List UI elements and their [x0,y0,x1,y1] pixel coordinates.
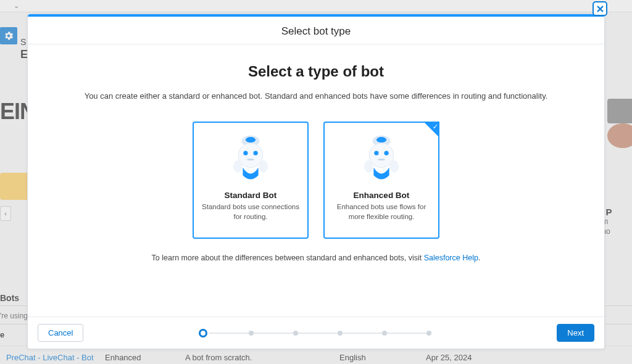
step-dot-5 [382,331,387,336]
modal-subtitle: You can create either a standard or enha… [65,91,567,101]
learn-more-text: To learn more about the differences betw… [65,254,567,262]
selected-corner: ✓ [423,122,439,138]
card-description: Enhanced bots use flows for more flexibl… [331,202,432,221]
card-standard-bot[interactable]: Standard Bot Standard bots use connectio… [193,122,309,239]
svg-point-9 [259,160,268,173]
step-dot-2 [249,331,254,336]
step-dot-6 [426,331,431,336]
modal-title: Select a type of bot [65,63,567,80]
svg-point-6 [254,151,258,155]
svg-point-13 [374,151,378,155]
check-icon: ✓ [433,123,438,131]
step-dot-1 [199,329,207,337]
modal-header: Select bot type [28,17,604,44]
bot-icon [223,131,278,188]
step-dot-4 [338,331,343,336]
cancel-button[interactable]: Cancel [38,324,83,342]
modal-dialog: Select bot type Select a type of bot You… [27,14,605,349]
svg-point-17 [390,160,399,173]
card-title: Standard Bot [200,191,301,200]
svg-point-5 [243,151,247,155]
bot-illustration [200,131,301,189]
svg-point-4 [238,143,263,168]
modal-footer: Cancel Next [28,316,604,349]
close-button[interactable] [592,1,607,16]
bot-icon [354,131,409,188]
card-enhanced-bot[interactable]: ✓ Enhanced Bot Enhanced bot [323,122,439,239]
wizard-stepper [28,329,604,337]
svg-point-3 [246,137,256,143]
bot-illustration [331,131,432,189]
card-title: Enhanced Bot [331,191,432,200]
svg-point-16 [364,160,373,173]
card-description: Standard bots use connections for routin… [200,202,301,221]
next-button[interactable]: Next [557,324,594,342]
modal-body: Select a type of bot You can create eith… [28,44,604,316]
svg-rect-15 [378,159,385,160]
svg-point-14 [385,151,389,155]
close-icon [596,4,605,14]
svg-rect-7 [247,159,254,160]
bot-type-cards: Standard Bot Standard bots use connectio… [65,122,567,239]
svg-point-12 [369,143,394,168]
svg-point-8 [233,160,242,173]
salesforce-help-link[interactable]: Salesforce Help [424,254,478,262]
svg-point-11 [376,137,386,143]
step-dot-3 [293,331,298,336]
